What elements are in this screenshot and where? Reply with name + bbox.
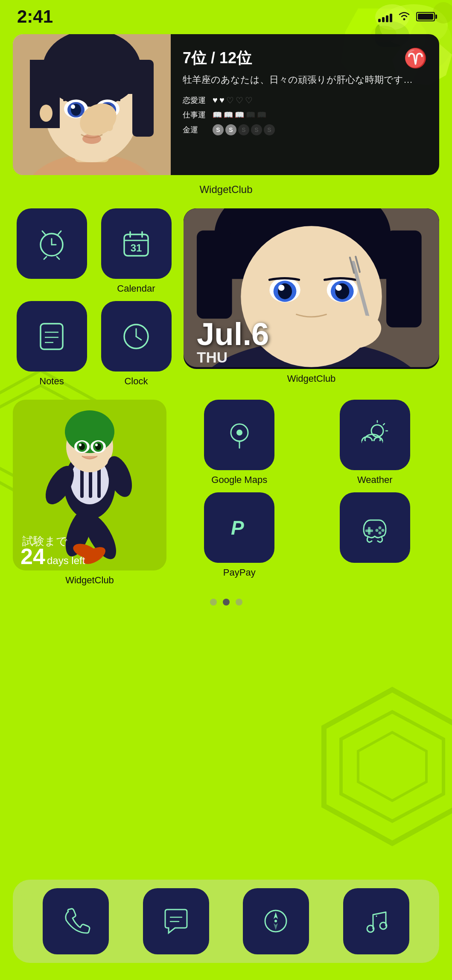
calendar-app-icon[interactable]: 31 [101, 208, 172, 279]
svg-point-84 [79, 444, 82, 446]
alarm-app-container [13, 208, 90, 294]
svg-point-59 [278, 285, 284, 291]
horoscope-info: 7位 / 12位 ♈ 牡羊座のあなたは、日々の頑張りが肝心な時期です… 恋愛運 … [171, 34, 439, 175]
svg-marker-3 [341, 712, 443, 821]
main-content: 7位 / 12位 ♈ 牡羊座のあなたは、日々の頑張りが肝心な時期です… 恋愛運 … [0, 30, 452, 606]
horoscope-text: 牡羊座のあなたは、日々の頑張りが肝心な時期です… [183, 73, 427, 87]
paypay-app-container: P PayPay [175, 492, 304, 578]
clock-app-label: Clock [124, 376, 148, 387]
svg-point-88 [95, 444, 98, 446]
svg-point-10 [403, 18, 405, 20]
love-label: 恋愛運 [183, 95, 208, 105]
horoscope-widget[interactable]: 7位 / 12位 ♈ 牡羊座のあなたは、日々の頑張りが肝心な時期です… 恋愛運 … [13, 34, 439, 175]
battery-icon [416, 12, 435, 21]
dock-phone-icon[interactable] [43, 888, 109, 954]
svg-point-23 [71, 105, 75, 109]
svg-point-119 [274, 920, 277, 922]
google-maps-app-icon[interactable] [204, 400, 274, 470]
svg-rect-111 [365, 529, 373, 532]
weather-app-container: Weather [311, 400, 440, 486]
svg-text:31: 31 [131, 242, 142, 254]
svg-point-114 [379, 531, 382, 534]
svg-rect-54 [197, 231, 232, 319]
calendar-widget-container: Jul.6 THU WidgetClub [184, 208, 439, 384]
game-app-container [311, 492, 440, 578]
svg-point-112 [379, 526, 382, 529]
svg-line-102 [383, 424, 385, 425]
page-dot-2[interactable] [223, 599, 230, 606]
svg-point-99 [236, 430, 242, 436]
svg-marker-121 [274, 923, 278, 930]
status-icons [378, 10, 435, 24]
fortune-work: 仕事運 📖 📖 📖 📖 📖 [183, 110, 427, 120]
notes-app-container: Notes [13, 301, 90, 387]
svg-text:Jul.6: Jul.6 [197, 316, 269, 352]
svg-marker-4 [358, 732, 426, 801]
horoscope-source-label: WidgetClub [13, 184, 439, 196]
svg-rect-32 [104, 110, 114, 132]
google-maps-app-label: Google Maps [211, 474, 267, 486]
weather-app-label: Weather [357, 474, 393, 486]
svg-point-63 [335, 285, 341, 291]
svg-point-113 [382, 529, 385, 532]
svg-point-19 [40, 105, 52, 122]
dock-compass-icon[interactable] [243, 888, 309, 954]
app-group-left: 31 Calendar Notes [13, 208, 175, 387]
app-grid-row-1: 31 Calendar Notes [13, 208, 439, 387]
google-maps-app-container: Google Maps [175, 400, 304, 486]
dock [13, 880, 439, 963]
weather-app-icon[interactable] [340, 400, 410, 470]
svg-rect-107 [362, 441, 382, 446]
page-dot-3[interactable] [236, 599, 242, 606]
calendar-app-label: Calendar [117, 283, 155, 294]
svg-point-115 [376, 529, 379, 532]
svg-line-47 [136, 336, 141, 340]
work-label: 仕事運 [183, 110, 208, 120]
page-dots [13, 599, 439, 606]
paypay-app-label: PayPay [223, 567, 256, 578]
money-icons: S S S S S [213, 124, 275, 135]
svg-rect-53 [386, 231, 422, 328]
game-app-icon[interactable] [340, 492, 410, 563]
svg-text:24: 24 [20, 544, 45, 569]
svg-rect-41 [41, 324, 63, 349]
bg-hexagon-2 [307, 681, 452, 852]
aries-symbol: ♈ [404, 47, 427, 69]
notes-app-label: Notes [39, 376, 64, 387]
clock-app-container: Clock [97, 301, 175, 387]
countdown-widget[interactable]: 試験まで 24 days left [13, 400, 166, 570]
money-label: 金運 [183, 125, 208, 135]
calendar-widget-label: WidgetClub [287, 373, 336, 384]
dock-music-icon[interactable] [343, 888, 409, 954]
wifi-icon [397, 10, 411, 24]
paypay-app-icon[interactable]: P [204, 492, 274, 563]
svg-text:P: P [231, 517, 244, 539]
calendar-app-container: 31 Calendar [97, 208, 175, 294]
page-dot-1[interactable] [210, 599, 217, 606]
svg-rect-17 [132, 60, 154, 137]
signal-icon [378, 11, 392, 22]
clock-app-icon[interactable] [101, 301, 172, 372]
horoscope-character-image [13, 34, 171, 175]
countdown-source-label: WidgetClub [65, 575, 114, 586]
love-icons: ♥ ♥ ♡ ♡ ♡ [213, 95, 253, 105]
calendar-widget[interactable]: Jul.6 THU [184, 208, 439, 369]
alarm-app-icon[interactable] [17, 208, 87, 279]
status-bar: 2:41 [0, 0, 452, 30]
app-grid-row-2: 試験まで 24 days left WidgetClub [13, 400, 439, 586]
svg-text:THU: THU [197, 349, 227, 366]
fortune-money: 金運 S S S S S [183, 124, 427, 135]
svg-marker-120 [274, 912, 278, 919]
dock-messages-icon[interactable] [143, 888, 209, 954]
app-group-right: Google Maps [175, 400, 439, 578]
horoscope-rank: 7位 / 12位 ♈ [183, 47, 427, 69]
notes-app-icon[interactable] [17, 301, 87, 372]
work-icons: 📖 📖 📖 📖 📖 [213, 110, 266, 120]
svg-text:days left: days left [47, 555, 85, 566]
fortune-love: 恋愛運 ♥ ♥ ♡ ♡ ♡ [183, 95, 427, 105]
status-time: 2:41 [17, 6, 53, 27]
countdown-widget-container: 試験まで 24 days left WidgetClub [13, 400, 166, 586]
